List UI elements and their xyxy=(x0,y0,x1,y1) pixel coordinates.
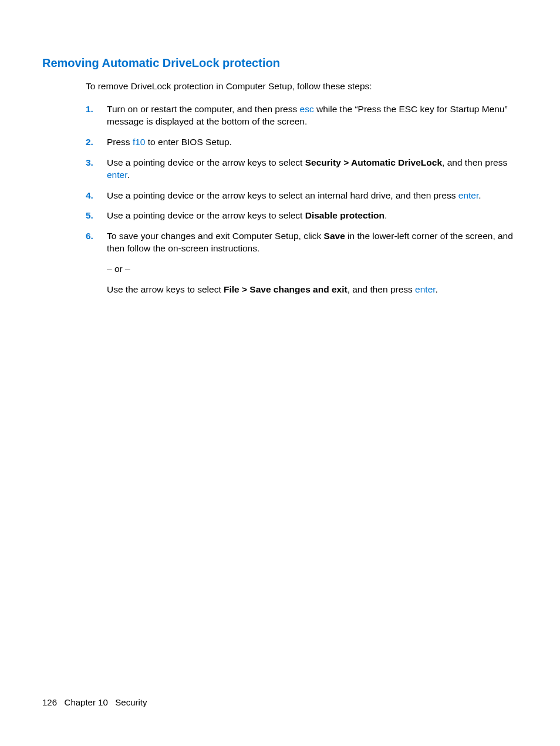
key-esc: esc xyxy=(300,104,314,114)
step-alternative: Use the arrow keys to select File > Save… xyxy=(107,284,518,296)
step-text: , and then press xyxy=(348,284,415,294)
step-number: 1. xyxy=(86,103,93,116)
section-heading: Removing Automatic DriveLock protection xyxy=(42,56,518,70)
step-text: , and then press xyxy=(442,157,507,167)
step-text: Use a pointing device or the arrow keys … xyxy=(107,190,458,200)
page-footer: 126 Chapter 10 Security xyxy=(42,697,147,707)
menu-path: Security > Automatic DriveLock xyxy=(305,157,442,167)
step-5: 5. Use a pointing device or the arrow ke… xyxy=(86,210,518,222)
key-enter: enter xyxy=(415,284,435,294)
step-text: . xyxy=(436,284,438,294)
key-enter: enter xyxy=(458,190,478,200)
step-text: Use a pointing device or the arrow keys … xyxy=(107,157,305,167)
step-text: . xyxy=(384,210,387,220)
step-text: to enter BIOS Setup. xyxy=(146,137,232,147)
step-number: 3. xyxy=(86,157,93,169)
step-number: 4. xyxy=(86,190,93,202)
document-page: Removing Automatic DriveLock protection … xyxy=(0,0,560,296)
step-text: To save your changes and exit Computer S… xyxy=(107,231,324,241)
button-label: Save xyxy=(324,231,345,241)
menu-path: File > Save changes and exit xyxy=(224,284,348,294)
step-text: Use the arrow keys to select xyxy=(107,284,224,294)
page-number: 126 xyxy=(42,697,57,707)
step-number: 6. xyxy=(86,230,93,243)
step-1: 1. Turn on or restart the computer, and … xyxy=(86,103,518,128)
step-3: 3. Use a pointing device or the arrow ke… xyxy=(86,157,518,182)
intro-paragraph: To remove DriveLock protection in Comput… xyxy=(86,80,518,93)
step-4: 4. Use a pointing device or the arrow ke… xyxy=(86,190,518,202)
step-text: Use a pointing device or the arrow keys … xyxy=(107,210,305,220)
menu-option: Disable protection xyxy=(305,210,384,220)
step-number: 2. xyxy=(86,136,93,149)
step-text: Turn on or restart the computer, and the… xyxy=(107,104,300,114)
step-text: . xyxy=(478,190,481,200)
step-number: 5. xyxy=(86,210,93,222)
key-enter: enter xyxy=(107,170,127,180)
steps-list: 1. Turn on or restart the computer, and … xyxy=(86,103,518,296)
chapter-title: Security xyxy=(115,697,147,707)
chapter-label: Chapter 10 xyxy=(65,697,108,707)
or-divider: – or – xyxy=(107,263,518,275)
step-2: 2. Press f10 to enter BIOS Setup. xyxy=(86,136,518,149)
step-text: Press xyxy=(107,137,133,147)
step-6: 6. To save your changes and exit Compute… xyxy=(86,230,518,296)
key-f10: f10 xyxy=(133,137,146,147)
step-text: . xyxy=(127,170,129,180)
